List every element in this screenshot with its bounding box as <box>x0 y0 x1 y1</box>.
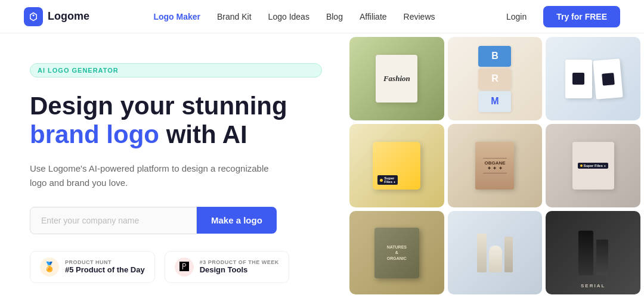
grid-cell-superfiles: SuperFiles + <box>349 124 444 207</box>
product-week-icon: 🅿 <box>175 257 194 277</box>
heading-line3: with AI <box>159 120 247 148</box>
image-grid: Fashion B R M <box>346 33 644 298</box>
biz-cards-container <box>546 37 640 120</box>
badge-top-2: #3 PRODUCT OF THE WEEK <box>200 259 279 265</box>
hero-heading: Design your stunning brand logo with AI <box>30 92 322 150</box>
grid-cell-sf-tote: Super Files + <box>546 124 640 207</box>
badge-text-2: #3 PRODUCT OF THE WEEK Design Tools <box>200 259 279 274</box>
heading-line1: Design your stunning <box>30 92 287 120</box>
serial-bottle-2 <box>596 240 608 275</box>
nav-reviews[interactable]: Reviews <box>404 12 435 21</box>
brand-card-b: B <box>478 46 511 67</box>
grid-cell-organe: OBGANE✦ ✦ ✦ <box>448 124 543 207</box>
bottle-cell <box>472 229 518 277</box>
badge-main-1: #5 Product of the Day <box>65 265 145 274</box>
natures-text: NATURES&ORGANIC <box>387 244 407 260</box>
serial-text: SERIAL <box>581 283 605 288</box>
make-logo-button[interactable]: Make a logo <box>197 207 277 234</box>
brand-card-r: R <box>478 69 511 89</box>
bottle-short <box>489 246 502 272</box>
serial-bottle-1 <box>578 231 593 275</box>
biz-card-1 <box>565 60 592 98</box>
bottle-slim <box>504 237 513 272</box>
nav-links: Logo Maker Brand Kit Logo Ideas Blog Aff… <box>153 12 435 21</box>
serial-container <box>574 226 613 280</box>
product-hunt-badge: 🏅 PRODUCT HUNT #5 Product of the Day <box>30 251 155 283</box>
sf-dot <box>380 179 383 182</box>
badge-main-2: Design Tools <box>200 265 279 274</box>
nav-right: Login Try for FREE <box>499 6 620 27</box>
badge-top-1: PRODUCT HUNT <box>65 259 145 265</box>
biz-card-logo-1 <box>572 73 584 85</box>
navbar: Logome Logo Maker Brand Kit Logo Ideas B… <box>0 0 644 33</box>
nav-logo-maker[interactable]: Logo Maker <box>153 12 200 21</box>
product-hunt-icon: 🏅 <box>40 257 59 277</box>
nav-blog[interactable]: Blog <box>326 12 343 21</box>
login-button[interactable]: Login <box>499 7 534 26</box>
heading-blue: brand logo <box>30 120 159 148</box>
nav-brand-kit[interactable]: Brand Kit <box>217 12 252 21</box>
biz-card-2 <box>593 58 623 100</box>
sf-tote: Super Files + <box>572 142 614 190</box>
grid-cell-biz <box>546 37 640 120</box>
natures-box: NATURES&ORGANIC <box>374 228 419 278</box>
main-content: AI LOGO GENERATOR Design your stunning b… <box>0 33 644 298</box>
logo[interactable]: Logome <box>24 7 89 26</box>
brand-cards: B R M <box>473 41 516 117</box>
sf-badge: SuperFiles + <box>377 175 398 185</box>
sf-tote-badge: Super Files + <box>578 163 608 169</box>
hero-subtext: Use Logome's AI-powered platform to desi… <box>30 162 280 190</box>
design-tools-badge: 🅿 #3 PRODUCT OF THE WEEK Design Tools <box>165 251 289 283</box>
grid-cell-bottles <box>448 211 543 294</box>
logo-icon <box>24 7 43 26</box>
nav-logo-ideas[interactable]: Logo Ideas <box>268 12 309 21</box>
nav-affiliate[interactable]: Affiliate <box>360 12 387 21</box>
hero-form: Make a logo <box>30 207 322 234</box>
biz-cards <box>565 60 621 98</box>
logo-text: Logome <box>48 10 89 23</box>
grid-cell-serial: SERIAL <box>546 211 640 294</box>
logo-svg <box>28 11 39 22</box>
try-button[interactable]: Try for FREE <box>543 6 620 27</box>
badges-row: 🏅 PRODUCT HUNT #5 Product of the Day 🅿 #… <box>30 251 322 283</box>
organe-text: OBGANE✦ ✦ ✦ <box>484 160 505 171</box>
grid-cell-brand: B R M <box>448 37 543 120</box>
grid-cell-natures: NATURES&ORGANIC <box>349 211 444 294</box>
bottle-tall <box>477 234 487 272</box>
biz-card-logo-2 <box>601 72 614 85</box>
grid-cell-fashion: Fashion <box>349 37 444 120</box>
fashion-text: Fashion <box>383 74 410 83</box>
badge-text-1: PRODUCT HUNT #5 Product of the Day <box>65 259 145 274</box>
organe-bag: OBGANE✦ ✦ ✦ <box>475 142 514 190</box>
company-name-input[interactable] <box>30 207 197 234</box>
superfiles-box: SuperFiles + <box>373 142 420 190</box>
tote-bag: Fashion <box>376 55 417 103</box>
ai-badge: AI LOGO GENERATOR <box>30 63 322 77</box>
hero-section: AI LOGO GENERATOR Design your stunning b… <box>0 33 346 298</box>
brand-card-m: M <box>478 91 511 112</box>
